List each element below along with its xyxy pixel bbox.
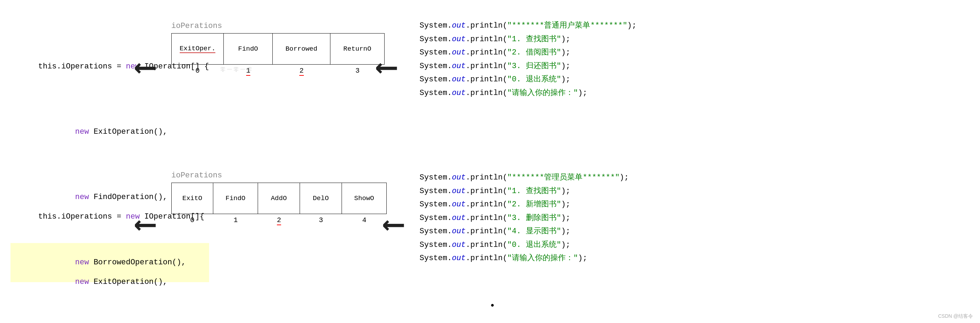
bot-cell-2: AddO xyxy=(258,183,300,214)
top-index-3: 3 xyxy=(330,67,385,76)
top-println-1: System.out.println("*******普通用户菜单*******… xyxy=(420,19,637,33)
page: this.iOperations = new IOperation[] { ne… xyxy=(0,0,980,323)
bot-code-line-2: new ExitOperation(), xyxy=(11,263,205,302)
bot-println-4: System.out.println("3. 删除图书"); xyxy=(420,212,629,225)
bot-cell-1: FindO xyxy=(213,183,258,214)
top-cell-2: Borrowed xyxy=(273,33,330,65)
bot-index-2: 2 xyxy=(258,216,300,225)
top-index-0: 0 xyxy=(171,67,224,76)
bottom-println-block: System.out.println("*******管理员菜单*******"… xyxy=(420,171,629,265)
bot-cell-0: ExitO xyxy=(171,183,213,214)
bot-println-7: System.out.println("请输入你的操作："); xyxy=(420,252,629,265)
top-index-2: 2 xyxy=(273,67,330,76)
bot-println-2: System.out.println("1. 查找图书"); xyxy=(420,185,629,198)
top-println-5: System.out.println("0. 退出系统"); xyxy=(420,73,637,87)
csdn-watermark: CSDN @结客令 xyxy=(938,313,973,320)
top-arrow-left: ⟵ xyxy=(136,49,154,86)
bottom-array-indices: 0 1 2 3 4 xyxy=(171,216,387,225)
top-arrow-right: ⟵ xyxy=(378,49,395,86)
bottom-arrow-right: ⟵ xyxy=(385,206,402,243)
bullet-point: • xyxy=(490,300,495,311)
bot-println-3: System.out.println("2. 新增图书"); xyxy=(420,198,629,212)
bottom-array-cells: ExitO FindO AddO DelO ShowO xyxy=(171,183,387,214)
top-array-indices: 0 1 2 3 xyxy=(171,67,385,76)
top-println-4: System.out.println("3. 归还图书"); xyxy=(420,60,637,73)
bot-println-1: System.out.println("*******管理员菜单*******"… xyxy=(420,171,629,185)
bot-index-1: 1 xyxy=(213,216,258,225)
bot-cell-4: ShowO xyxy=(342,183,387,214)
top-println-2: System.out.println("1. 查找图书"); xyxy=(420,33,637,46)
top-array-label: ioPerations xyxy=(171,22,222,30)
bottom-arrow-left: ⟵ xyxy=(136,206,154,243)
bot-index-4: 4 xyxy=(342,216,387,225)
bot-println-5: System.out.println("4. 显示图书"); xyxy=(420,225,629,239)
top-cell-0: ExitOper. xyxy=(171,33,224,65)
top-array-diagram: ioPerations ExitOper. FindO Borrowed Ret… xyxy=(171,22,385,76)
watermark-top: 零一零一零 xyxy=(220,66,253,73)
top-array-cells: ExitOper. FindO Borrowed ReturnO xyxy=(171,33,385,65)
bot-index-0: 0 xyxy=(171,216,213,225)
top-cell-1: FindO xyxy=(224,33,273,65)
code-line-2: new ExitOperation(), xyxy=(11,112,209,152)
bottom-array-label: ioPerations xyxy=(171,171,222,180)
bot-println-6: System.out.println("0. 退出系统"); xyxy=(420,239,629,252)
bot-cell-3: DelO xyxy=(300,183,342,214)
bot-index-3: 3 xyxy=(300,216,342,225)
top-println-block: System.out.println("*******普通用户菜单*******… xyxy=(420,19,637,100)
top-cell-3: ReturnO xyxy=(330,33,385,65)
top-println-3: System.out.println("2. 借阅图书"); xyxy=(420,46,637,60)
top-println-6: System.out.println("请输入你的操作："); xyxy=(420,87,637,100)
bottom-array-diagram: ioPerations ExitO FindO AddO DelO ShowO … xyxy=(171,171,387,225)
